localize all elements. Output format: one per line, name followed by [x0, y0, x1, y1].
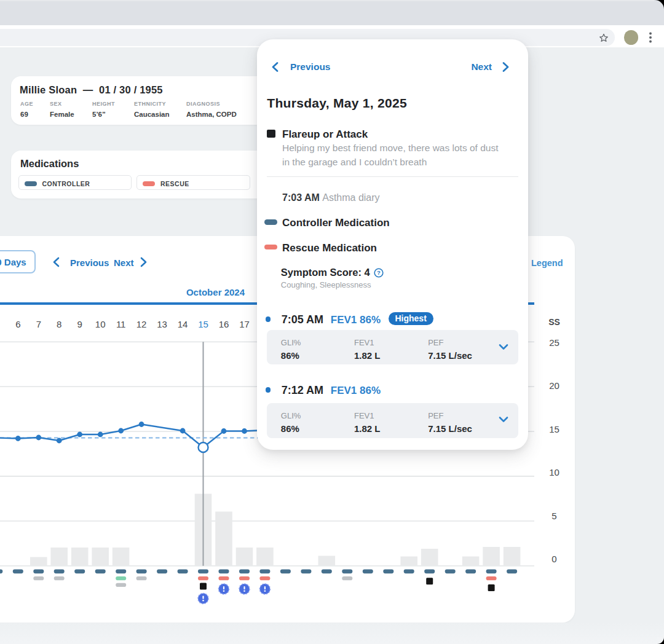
svg-text:?: ?	[377, 269, 381, 276]
